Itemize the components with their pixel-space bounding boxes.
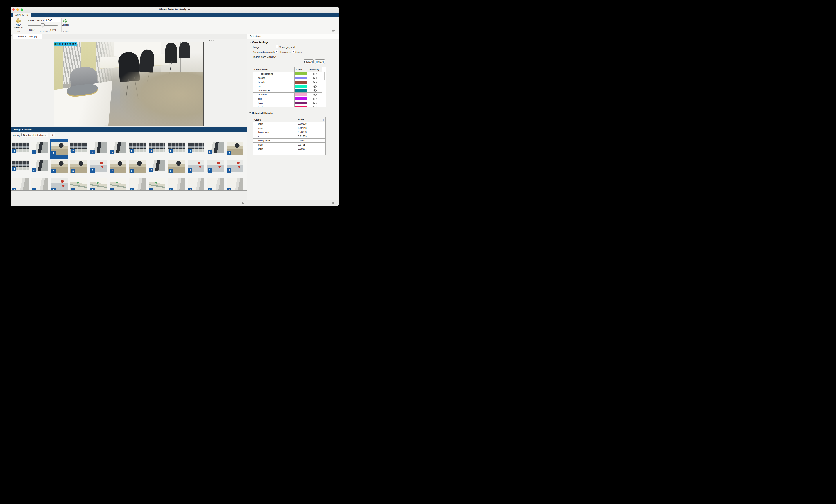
tab-analyzer[interactable]: ANALYZER <box>13 13 31 17</box>
thumbnail-item[interactable]: 6 <box>148 142 166 157</box>
detected-object-row[interactable]: tv0.81739 <box>253 134 326 138</box>
axes-toolbar-dots-icon[interactable] <box>209 39 214 41</box>
thumbnail-image[interactable]: 2 <box>188 160 204 172</box>
thumbnail-item[interactable]: 1 <box>129 178 146 191</box>
eye-icon[interactable] <box>313 94 317 96</box>
thumbnail-item[interactable]: 5 <box>226 142 244 157</box>
expand-panel-icon[interactable] <box>332 202 334 205</box>
score-checkbox[interactable]: ✓ <box>292 50 295 53</box>
thumbnail-item[interactable]: 6 <box>109 142 127 157</box>
thumbnail-image[interactable]: 1 <box>149 178 165 191</box>
thumbnail-item[interactable]: 4 <box>12 160 29 175</box>
export-button[interactable]: Export <box>61 18 70 31</box>
thumbnail-image[interactable]: 1 <box>90 178 107 191</box>
thumbnail-item[interactable]: 1 <box>31 178 49 191</box>
thumbnail-item[interactable]: 6 <box>90 142 107 157</box>
class-color-swatch[interactable] <box>295 89 307 92</box>
thumbnail-image[interactable]: 6 <box>90 142 107 153</box>
thumbnail-image[interactable]: 1 <box>207 178 224 191</box>
tabbar-menu-icon[interactable] <box>243 35 244 38</box>
thumbnail-item[interactable]: 2 <box>129 160 146 175</box>
thumbnail-item[interactable]: 6 <box>187 142 205 157</box>
eye-icon[interactable] <box>313 89 317 92</box>
eye-icon[interactable] <box>313 98 317 100</box>
thumbnail-item[interactable]: 3 <box>70 160 88 175</box>
detected-objects-header[interactable]: Detected Objects <box>249 112 273 114</box>
do-header-score[interactable]: ↑Score <box>296 117 326 122</box>
thumbnail-item[interactable]: 1 <box>187 178 205 191</box>
thumbnail-item[interactable]: 7 <box>31 142 49 157</box>
class-color-swatch[interactable] <box>295 93 307 96</box>
thumbnail-item[interactable]: 2 <box>207 160 224 175</box>
eye-icon[interactable] <box>313 77 317 79</box>
thumbnail-image[interactable]: 2 <box>207 160 224 172</box>
thumbnail-image[interactable]: 2 <box>110 160 126 173</box>
thumbnail-image[interactable]: 1 <box>51 178 68 191</box>
class-row-car[interactable]: car <box>253 84 322 89</box>
score-threshold-input[interactable] <box>45 18 61 22</box>
class-row-bus[interactable]: bus <box>253 97 322 101</box>
thumbnail-image[interactable]: 1 <box>110 178 126 191</box>
collapse-ribbon-icon[interactable] <box>331 30 335 33</box>
detected-object-row[interactable]: chair0.97937 <box>253 143 326 147</box>
thumbnail-image[interactable]: 1 <box>71 178 87 191</box>
class-row-airplane[interactable]: airplane <box>253 93 322 97</box>
image-browser-header[interactable]: Image Browser <box>11 127 247 132</box>
thumbnail-item[interactable]: 9 <box>12 142 29 157</box>
thumbnail-item[interactable]: 2 <box>12 178 29 191</box>
class-table-header[interactable]: Class Name <box>253 67 294 72</box>
thumbnail-image[interactable]: 4 <box>12 160 28 170</box>
thumbnail-item[interactable]: 1 <box>148 178 166 191</box>
sort-by-dropdown[interactable]: Number of detections <box>21 133 48 137</box>
detected-object-row[interactable]: chair0.62646 <box>253 126 326 130</box>
thumbnail-item[interactable]: 3 <box>31 160 49 175</box>
thumbnail-image[interactable]: 7 <box>51 142 68 155</box>
thumbnail-image[interactable]: 6 <box>110 142 126 153</box>
thumbnail-image[interactable]: 7 <box>71 142 87 152</box>
class-color-swatch[interactable] <box>295 106 307 108</box>
thumbnail-image[interactable]: 1 <box>168 178 185 191</box>
thumbnail-image[interactable]: 3 <box>90 160 107 172</box>
thumbnail-image[interactable]: 6 <box>168 142 185 152</box>
detection-box-dining-table[interactable]: dining table: 0.856 <box>54 42 55 43</box>
thumbnail-item[interactable]: 1 <box>51 178 68 191</box>
thumbnail-image[interactable]: 7 <box>32 142 48 153</box>
thumbnail-image[interactable]: 1 <box>32 178 48 191</box>
class-color-swatch[interactable] <box>295 81 307 84</box>
detected-object-row[interactable]: dining table0.85647 <box>253 138 326 143</box>
thumbnail-image[interactable]: 1 <box>188 178 204 191</box>
thumbnail-item[interactable]: 1 <box>168 178 185 191</box>
thumbnail-image[interactable]: 6 <box>129 142 146 152</box>
thumbnail-item[interactable]: 7 <box>70 142 88 157</box>
class-color-swatch[interactable] <box>295 77 307 79</box>
eye-icon[interactable] <box>313 85 317 88</box>
thumbnail-item[interactable]: 2 <box>168 160 185 175</box>
thumbnail-image[interactable]: 3 <box>71 160 87 173</box>
thumbnail-item[interactable]: 7 <box>51 142 68 157</box>
class-name-checkbox[interactable]: ✓ <box>275 50 278 53</box>
class-row-background[interactable]: __background__ <box>253 72 322 76</box>
new-session-button[interactable]: New Session <box>12 18 24 31</box>
table-scrollbar[interactable] <box>324 72 325 80</box>
thumbnail-item[interactable]: 5 <box>207 142 224 157</box>
do-header-class[interactable]: Class <box>253 117 296 122</box>
thumbnail-item[interactable]: 6 <box>129 142 146 157</box>
thumbnail-image[interactable]: 2 <box>168 160 185 173</box>
thumbnail-item[interactable]: 2 <box>187 160 205 175</box>
thumbnail-image[interactable]: 5 <box>227 142 244 155</box>
hide-all-button[interactable]: Hide All <box>315 59 325 64</box>
collapse-browser-icon[interactable] <box>242 202 244 204</box>
thumbnail-image[interactable]: 5 <box>207 142 224 153</box>
annotated-image[interactable]: chair: 0.626chair: 0.989chair: 0.604chai… <box>54 42 204 126</box>
detections-panel-header[interactable]: Detections <box>247 34 339 39</box>
detected-object-row[interactable]: dining table0.76063 <box>253 130 326 134</box>
drag-grip-icon[interactable] <box>11 34 13 39</box>
class-row-person[interactable]: person <box>253 76 322 80</box>
thumbnail-item[interactable]: 1 <box>207 178 224 191</box>
thumbnail-image[interactable]: 1 <box>227 178 244 191</box>
class-color-swatch[interactable] <box>295 97 307 100</box>
eye-icon[interactable] <box>313 73 317 75</box>
thumbnail-item[interactable]: 2 <box>109 160 127 175</box>
thumbnail-image[interactable]: 2 <box>227 160 244 172</box>
thumbnail-image[interactable]: 3 <box>51 160 68 173</box>
